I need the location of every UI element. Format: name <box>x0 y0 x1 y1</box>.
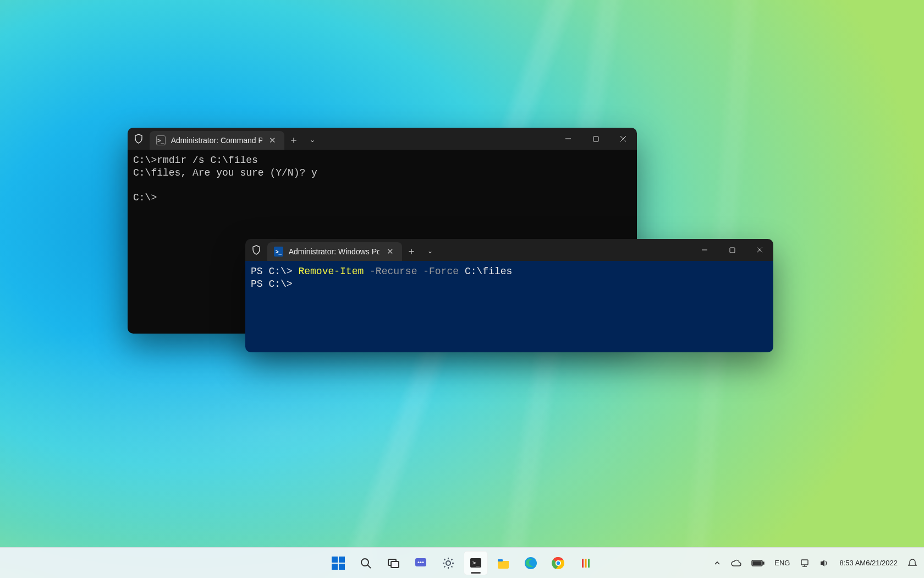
new-tab-button[interactable]: ＋ <box>402 241 421 261</box>
svg-line-13 <box>368 565 371 568</box>
svg-point-18 <box>420 561 422 563</box>
svg-point-19 <box>422 561 424 563</box>
powershell-icon: >_ <box>274 247 283 257</box>
cmd-tab[interactable]: >_ Administrator: Command Pro ✕ <box>150 131 284 150</box>
svg-rect-32 <box>763 562 764 564</box>
taskbar-app-edge[interactable] <box>519 551 543 575</box>
taskbar-app-terminal[interactable]: >_ <box>464 551 488 575</box>
close-button[interactable] <box>609 128 637 150</box>
network-icon[interactable] <box>798 551 812 575</box>
cmd-line: C:\>rmdir /s C:\files <box>133 155 258 166</box>
svg-rect-15 <box>391 561 399 568</box>
admin-shield-icon <box>245 239 267 261</box>
search-button[interactable] <box>354 551 378 575</box>
taskbar[interactable]: >_ ENG 8:53 AM <box>0 547 924 578</box>
ps-tab-title: Administrator: Windows Pow <box>289 247 380 256</box>
svg-rect-28 <box>582 559 584 568</box>
task-view-button[interactable] <box>381 551 405 575</box>
ps-terminal-body[interactable]: PS C:\> Remove-Item -Recurse -Force C:\f… <box>245 261 773 352</box>
minimize-button[interactable] <box>554 128 582 150</box>
svg-rect-30 <box>588 559 590 568</box>
svg-point-20 <box>446 561 450 565</box>
titlebar-drag-region[interactable] <box>439 239 691 261</box>
volume-icon[interactable] <box>817 551 832 575</box>
powershell-window[interactable]: >_ Administrator: Windows Pow ✕ ＋ ⌄ PS C… <box>245 239 773 352</box>
ps-titlebar[interactable]: >_ Administrator: Windows Pow ✕ ＋ ⌄ <box>245 239 773 261</box>
svg-point-17 <box>418 561 420 563</box>
svg-rect-33 <box>753 561 761 565</box>
cmd-prompt: C:\> <box>133 192 157 203</box>
cmd-tab-title: Administrator: Command Pro <box>171 136 262 145</box>
taskbar-app-explorer[interactable] <box>491 551 515 575</box>
svg-rect-5 <box>730 248 735 253</box>
tab-dropdown-button[interactable]: ⌄ <box>421 241 439 261</box>
ps-prompt: PS C:\> <box>251 279 293 290</box>
taskbar-app-chrome[interactable] <box>546 551 570 575</box>
clock-date: 6/21/2022 <box>866 559 898 568</box>
new-tab-button[interactable]: ＋ <box>284 130 303 150</box>
language-indicator[interactable]: ENG <box>772 551 792 575</box>
ps-tab-close-button[interactable]: ✕ <box>385 246 395 257</box>
tray-overflow-button[interactable] <box>712 551 723 575</box>
ps-tab[interactable]: >_ Administrator: Windows Pow ✕ <box>267 242 402 261</box>
ps-cmdlet: Remove-Item <box>298 266 364 277</box>
notifications-button[interactable] <box>905 551 920 575</box>
ps-arg: C:\files <box>459 266 512 277</box>
svg-point-12 <box>361 559 369 566</box>
cmd-icon: >_ <box>156 135 166 145</box>
system-tray: ENG 8:53 AM 6/21/2022 <box>712 548 920 578</box>
taskbar-center: >_ <box>326 551 598 575</box>
minimize-button[interactable] <box>691 239 718 261</box>
svg-rect-9 <box>339 557 345 563</box>
titlebar-drag-region[interactable] <box>322 128 554 150</box>
cmd-line: C:\files, Are you sure (Y/N)? y <box>133 167 317 178</box>
tab-dropdown-button[interactable]: ⌄ <box>303 130 322 150</box>
close-button[interactable] <box>746 239 773 261</box>
svg-point-27 <box>557 561 560 564</box>
taskbar-app-generic[interactable] <box>574 551 598 575</box>
battery-icon[interactable] <box>749 551 767 575</box>
onedrive-icon[interactable] <box>728 551 744 575</box>
clock[interactable]: 8:53 AM 6/21/2022 <box>837 551 900 575</box>
ps-prompt: PS C:\> <box>251 266 298 277</box>
svg-rect-29 <box>585 559 587 568</box>
taskbar-app-settings[interactable] <box>436 551 460 575</box>
clock-time: 8:53 AM <box>839 559 866 568</box>
cmd-tab-close-button[interactable]: ✕ <box>268 135 278 146</box>
svg-rect-23 <box>498 559 503 561</box>
cmd-titlebar[interactable]: >_ Administrator: Command Pro ✕ ＋ ⌄ <box>128 128 637 150</box>
svg-rect-8 <box>332 557 338 563</box>
svg-rect-10 <box>332 564 338 570</box>
taskbar-app-chat[interactable] <box>409 551 433 575</box>
svg-rect-1 <box>593 137 598 141</box>
start-button[interactable] <box>326 551 350 575</box>
ps-param: -Force <box>417 266 459 277</box>
admin-shield-icon <box>128 128 150 150</box>
svg-text:>_: >_ <box>472 559 480 566</box>
ps-param: -Recurse <box>364 266 417 277</box>
svg-rect-34 <box>801 560 808 565</box>
svg-rect-11 <box>339 564 345 570</box>
maximize-button[interactable] <box>582 128 609 150</box>
maximize-button[interactable] <box>718 239 746 261</box>
